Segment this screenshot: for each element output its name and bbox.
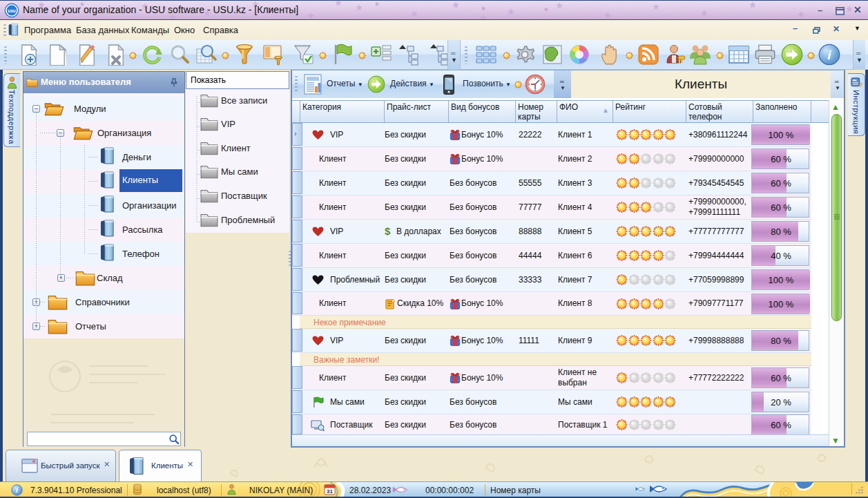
svg-text:?: ? <box>859 82 862 88</box>
svg-text:usu: usu <box>8 8 16 13</box>
